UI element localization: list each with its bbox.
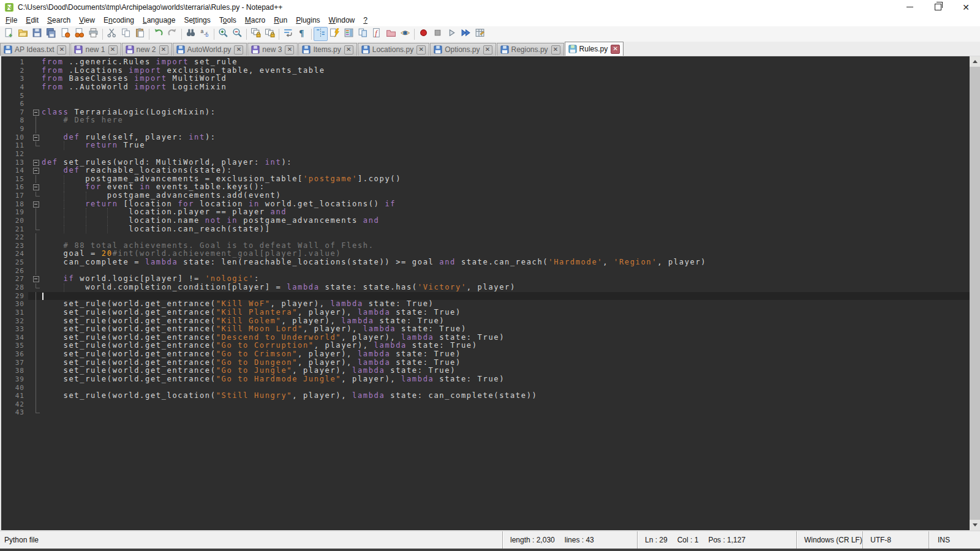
line-number-37[interactable]: 37 xyxy=(1,359,24,367)
code-line-17[interactable]: 17 postgame_advancements.add(event) xyxy=(1,192,970,200)
tab-locations-py[interactable]: Locations.py✕ xyxy=(358,43,429,56)
code-line-35[interactable]: 35 set_rule(world.get_entrance("Go to Co… xyxy=(1,342,970,350)
line-number-3[interactable]: 3 xyxy=(1,75,24,83)
code-line-24[interactable]: 24 goal = 20#int(world.achievement_goal[… xyxy=(1,250,970,258)
document-map-button[interactable] xyxy=(342,27,356,41)
fold-margin[interactable] xyxy=(32,125,42,133)
fold-margin[interactable] xyxy=(32,100,42,108)
code-text[interactable]: set_rule(world.get_entrance("Kill Moon L… xyxy=(42,325,467,334)
paste-button[interactable] xyxy=(133,27,147,41)
tab-close-icon[interactable]: ✕ xyxy=(57,45,66,54)
menu-[interactable]: ? xyxy=(359,15,372,26)
code-line-13[interactable]: 13def set_rules(world: MultiWorld, playe… xyxy=(1,159,970,167)
fold-margin[interactable] xyxy=(32,75,42,83)
code-line-34[interactable]: 34 set_rule(world.get_entrance("Descend … xyxy=(1,334,970,342)
status-typing-mode[interactable]: INS xyxy=(929,531,980,549)
line-number-18[interactable]: 18 xyxy=(1,200,24,209)
menu-tools[interactable]: Tools xyxy=(215,15,241,26)
code-line-8[interactable]: 8 # Defs here xyxy=(1,116,970,125)
code-text[interactable]: location.name not in postgame_advancemen… xyxy=(42,217,380,225)
vertical-scrollbar[interactable] xyxy=(970,56,980,530)
code-text[interactable]: set_rule(world.get_entrance("Kill WoF", … xyxy=(42,300,434,309)
line-number-33[interactable]: 33 xyxy=(1,325,24,334)
fold-margin[interactable] xyxy=(32,275,42,283)
code-text[interactable]: set_rule(world.get_entrance("Go to Dunge… xyxy=(42,359,461,367)
code-text[interactable]: from .Locations import exclusion_table, … xyxy=(42,67,325,75)
code-text[interactable]: set_rule(world.get_entrance("Go to Corru… xyxy=(42,342,478,350)
line-number-23[interactable]: 23 xyxy=(1,242,24,250)
code-line-32[interactable]: 32 set_rule(world.get_entrance("Kill Gol… xyxy=(1,317,970,326)
fold-collapse-icon[interactable] xyxy=(33,201,39,208)
code-line-29[interactable]: 29 xyxy=(1,292,970,301)
code-line-7[interactable]: 7class TerrariaLogic(LogicMixin): xyxy=(1,108,970,117)
code-text[interactable]: for event in events_table.keys(): xyxy=(42,183,265,192)
sync-vertical-scrolling-button[interactable] xyxy=(249,27,263,41)
code-line-6[interactable]: 6 xyxy=(1,100,970,108)
code-text[interactable]: world.completion_condition[player] = lam… xyxy=(42,283,516,292)
line-number-1[interactable]: 1 xyxy=(1,58,24,67)
line-number-13[interactable]: 13 xyxy=(1,159,24,167)
code-line-28[interactable]: 28 world.completion_condition[player] = … xyxy=(1,283,970,292)
menu-search[interactable]: Search xyxy=(43,15,75,26)
code-text[interactable]: can_complete = lambda state: len(reachab… xyxy=(42,258,706,267)
menu-run[interactable]: Run xyxy=(270,15,292,26)
menu-language[interactable]: Language xyxy=(138,15,179,26)
line-number-36[interactable]: 36 xyxy=(1,350,24,359)
code-text[interactable]: # Defs here xyxy=(42,116,123,125)
save-all-button[interactable] xyxy=(44,27,58,41)
line-number-29[interactable]: 29 xyxy=(1,292,24,301)
fold-margin[interactable] xyxy=(32,133,42,142)
line-number-22[interactable]: 22 xyxy=(1,233,24,242)
fold-margin[interactable] xyxy=(32,242,42,250)
show-indent-guide-button[interactable] xyxy=(314,27,328,41)
tab-close-icon[interactable]: ✕ xyxy=(344,45,353,54)
fold-margin[interactable] xyxy=(32,217,42,225)
code-area[interactable]: 1from ..generic.Rules import set_rule2fr… xyxy=(1,56,970,530)
print-button[interactable] xyxy=(86,27,100,41)
code-editor[interactable]: 1from ..generic.Rules import set_rule2fr… xyxy=(0,56,980,530)
line-number-14[interactable]: 14 xyxy=(1,167,24,175)
fold-margin[interactable] xyxy=(32,167,42,175)
code-text[interactable]: if world.logic[player] != 'nologic': xyxy=(42,275,260,283)
code-text[interactable]: set_rule(world.get_entrance("Kill Golem"… xyxy=(42,317,445,326)
zoom-in-button[interactable] xyxy=(216,27,230,41)
fold-margin[interactable] xyxy=(32,192,42,200)
line-number-28[interactable]: 28 xyxy=(1,283,24,292)
fold-margin[interactable] xyxy=(32,367,42,375)
code-line-26[interactable]: 26 xyxy=(1,267,970,276)
line-number-8[interactable]: 8 xyxy=(1,116,24,125)
code-line-36[interactable]: 36 set_rule(world.get_entrance("Go to Cr… xyxy=(1,350,970,359)
line-number-12[interactable]: 12 xyxy=(1,150,24,159)
code-text[interactable]: from BaseClasses import MultiWorld xyxy=(42,75,227,83)
line-number-35[interactable]: 35 xyxy=(1,342,24,350)
macro-run-multiple-button[interactable] xyxy=(459,27,473,41)
tab-rules-py[interactable]: Rules.py✕ xyxy=(565,42,624,56)
redo-button[interactable] xyxy=(165,27,179,41)
code-line-1[interactable]: 1from ..generic.Rules import set_rule xyxy=(1,58,970,67)
line-number-21[interactable]: 21 xyxy=(1,225,24,234)
document-list-button[interactable] xyxy=(356,27,370,41)
code-line-4[interactable]: 4from ..AutoWorld import LogicMixin xyxy=(1,83,970,92)
line-number-7[interactable]: 7 xyxy=(1,108,24,117)
code-line-15[interactable]: 15 postgame_advancements = exclusion_tab… xyxy=(1,175,970,184)
line-number-19[interactable]: 19 xyxy=(1,208,24,217)
line-number-31[interactable]: 31 xyxy=(1,309,24,317)
line-number-17[interactable]: 17 xyxy=(1,192,24,200)
fold-margin[interactable] xyxy=(32,258,42,267)
tab-close-icon[interactable]: ✕ xyxy=(234,45,243,54)
replace-button[interactable]: ab xyxy=(198,27,212,41)
code-line-10[interactable]: 10 def rule(self, player: int): xyxy=(1,133,970,142)
cut-button[interactable] xyxy=(105,27,119,41)
code-line-12[interactable]: 12 xyxy=(1,150,970,159)
fold-margin[interactable] xyxy=(32,359,42,367)
menu-file[interactable]: File xyxy=(1,15,21,26)
tab-close-icon[interactable]: ✕ xyxy=(108,45,118,54)
code-text[interactable]: def reachable_locations(state): xyxy=(42,167,232,175)
code-text[interactable]: goal = 20#int(world.achievement_goal[pla… xyxy=(42,250,341,258)
macro-record-button[interactable] xyxy=(417,27,431,41)
code-line-18[interactable]: 18 return [location for location in worl… xyxy=(1,200,970,209)
line-number-32[interactable]: 32 xyxy=(1,317,24,326)
code-text[interactable]: postgame_advancements = exclusion_table[… xyxy=(42,175,401,184)
fold-collapse-icon[interactable] xyxy=(33,110,39,116)
code-text[interactable]: from ..AutoWorld import LogicMixin xyxy=(42,83,227,92)
